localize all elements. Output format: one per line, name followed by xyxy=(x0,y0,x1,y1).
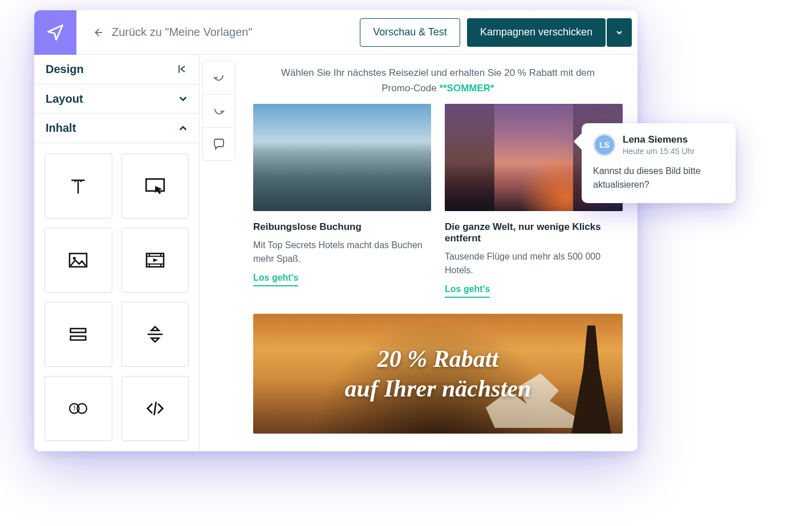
design-section[interactable]: Design xyxy=(34,55,199,84)
send-campaign-dropdown[interactable] xyxy=(607,18,632,47)
hero-text: 20 % Rabatt auf Ihrer nächsten xyxy=(345,344,531,404)
card-cta[interactable]: Los geht's xyxy=(445,284,490,298)
content-section[interactable]: Inhalt xyxy=(34,114,199,143)
comment-time: Heute um 15:45 Uhr xyxy=(623,147,695,156)
undo-button[interactable] xyxy=(203,61,235,94)
chevron-down-icon xyxy=(178,94,188,103)
caret-down-icon xyxy=(616,29,623,36)
collapse-left-icon xyxy=(176,63,188,75)
promo-code: **SOMMER* xyxy=(439,83,494,94)
undo-icon xyxy=(212,71,226,84)
text-block[interactable] xyxy=(44,153,112,219)
button-block[interactable] xyxy=(121,153,189,219)
social-icon: f xyxy=(67,397,90,420)
code-icon xyxy=(144,397,167,420)
text-icon xyxy=(67,175,90,197)
back-label: Zurück zu "Meine Vorlagen" xyxy=(112,26,253,39)
card-body: Tausende Flüge und mehr als 500 000 Hote… xyxy=(445,250,623,277)
redo-button[interactable] xyxy=(203,94,235,127)
comment-body: Kannst du dieses Bild bitte aktualisiere… xyxy=(593,164,724,192)
preview-test-button[interactable]: Vorschau & Test xyxy=(360,18,460,47)
video-block[interactable] xyxy=(121,228,189,293)
comment-popover[interactable]: LS Lena Siemens Heute um 15:45 Uhr Kanns… xyxy=(582,123,736,203)
redo-icon xyxy=(212,104,226,118)
topbar: Zurück zu "Meine Vorlagen" Vorschau & Te… xyxy=(34,10,638,55)
columns-icon xyxy=(67,323,90,346)
arrow-left-icon xyxy=(91,26,104,39)
comments-button[interactable] xyxy=(203,127,235,160)
svg-text:f: f xyxy=(74,405,75,411)
card-title: Die ganze Welt, nur wenige Klicks entfer… xyxy=(445,221,623,244)
email-canvas[interactable]: Wählen Sie Ihr nächstes Reiseziel und er… xyxy=(238,55,638,451)
card-body: Mit Top Secrets Hotels macht das Buchen … xyxy=(253,238,431,266)
image-icon xyxy=(67,249,90,272)
divider-block[interactable] xyxy=(121,302,189,367)
back-link[interactable]: Zurück zu "Meine Vorlagen" xyxy=(76,26,360,39)
avatar: LS xyxy=(593,133,616,156)
card-cta[interactable]: Los geht's xyxy=(253,273,298,286)
app-logo[interactable] xyxy=(34,10,76,55)
html-block[interactable] xyxy=(121,376,189,441)
svg-rect-4 xyxy=(71,329,86,333)
divider-icon xyxy=(144,323,167,346)
comment-author: Lena Siemens xyxy=(623,134,695,145)
video-icon xyxy=(144,249,167,272)
card-booking[interactable]: Reibungslose Buchung Mit Top Secrets Hot… xyxy=(253,104,431,298)
send-campaign-button[interactable]: Kampagnen verschicken xyxy=(467,18,606,47)
email-editor-window: Zurück zu "Meine Vorlagen" Vorschau & Te… xyxy=(34,10,638,451)
image-block[interactable] xyxy=(44,228,112,293)
cursor-icon xyxy=(143,174,167,198)
content-blocks-grid: f xyxy=(34,143,199,451)
send-icon xyxy=(46,23,65,42)
history-toolbar xyxy=(200,55,238,451)
card-image xyxy=(253,104,431,211)
chevron-up-icon xyxy=(178,124,188,133)
card-title: Reibungslose Buchung xyxy=(253,221,431,233)
left-panel: Design Layout Inhalt xyxy=(34,55,200,451)
promo-header: Wählen Sie Ihr nächstes Reiseziel und er… xyxy=(238,55,638,104)
layout-section[interactable]: Layout xyxy=(34,84,199,114)
columns-block[interactable] xyxy=(44,302,112,367)
social-block[interactable]: f xyxy=(44,376,112,441)
hero-banner[interactable]: 20 % Rabatt auf Ihrer nächsten xyxy=(253,314,623,434)
comment-icon xyxy=(212,137,226,151)
hero-decoration xyxy=(571,325,611,434)
svg-rect-5 xyxy=(71,336,86,340)
feature-cards: Reibungslose Buchung Mit Top Secrets Hot… xyxy=(238,104,638,298)
